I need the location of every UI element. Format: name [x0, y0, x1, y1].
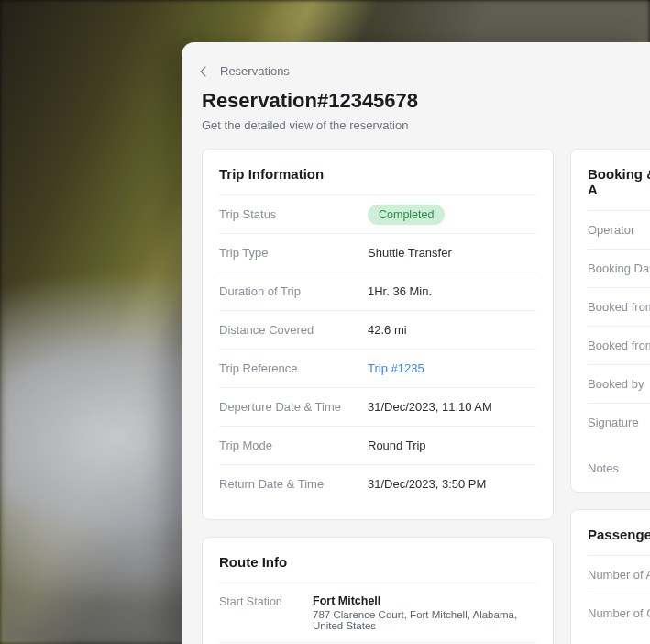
- label: Booked by: [588, 377, 644, 391]
- notes-label: Notes: [588, 441, 650, 475]
- value: Shuttle Transfer: [368, 246, 452, 260]
- reservation-detail-panel: Reservations Reservation#12345678 Get th…: [182, 42, 650, 644]
- page-subtitle: Get the detailed view of the reservation: [202, 118, 624, 132]
- body: Fort Mitchell 787 Clarence Court, Fort M…: [313, 594, 536, 631]
- page-title: Reservation#12345678: [202, 89, 624, 113]
- card-title: Route Info: [219, 554, 536, 583]
- label: Return Date & Time: [219, 477, 368, 491]
- station-address: 787 Clarence Court, Fort Mitchell, Alaba…: [313, 609, 536, 631]
- booked-from-row-2: Booked from: [588, 326, 650, 364]
- label: Start Station: [219, 594, 313, 611]
- value: 31/Dec/2023, 11:10 AM: [368, 400, 492, 414]
- value: Round Trip: [368, 439, 426, 452]
- trip-duration-row: Duration of Trip 1Hr. 36 Min.: [219, 272, 536, 310]
- value: 42.6 mi: [368, 323, 407, 337]
- left-column: Trip Information Trip Status Completed T…: [202, 149, 554, 644]
- label: Operator: [588, 223, 634, 237]
- booking-date-row: Booking Date: [588, 249, 650, 287]
- chevron-left-icon: [200, 66, 210, 76]
- label: Trip Status: [219, 207, 368, 221]
- booking-card: Booking & A Operator Booking Date Booked…: [570, 149, 650, 493]
- value: Completed: [368, 205, 445, 225]
- signature-row: Signature: [588, 403, 650, 441]
- label: Trip Type: [219, 246, 368, 260]
- label: Duration of Trip: [219, 284, 368, 298]
- label: Number of Ad: [588, 568, 650, 582]
- card-title: Trip Information: [219, 166, 536, 194]
- num-children-row: Number of Ch: [588, 594, 650, 632]
- status-badge: Completed: [368, 205, 445, 225]
- label: Booked from: [588, 339, 650, 352]
- label: Deperture Date & Time: [219, 400, 368, 414]
- trip-distance-row: Distance Covered 42.6 mi: [219, 310, 536, 349]
- breadcrumb[interactable]: Reservations: [202, 64, 624, 78]
- label: Number of Ch: [588, 606, 650, 620]
- label: Signature: [588, 416, 639, 429]
- content-columns: Trip Information Trip Status Completed T…: [182, 149, 650, 644]
- passenger-card: Passenger Number of Ad Number of Ch: [570, 509, 650, 644]
- panel-header: Reservations Reservation#12345678 Get th…: [182, 42, 650, 149]
- operator-row: Operator: [588, 210, 650, 249]
- start-station-row: Start Station Fort Mitchell 787 Clarence…: [219, 583, 536, 642]
- trip-reference-link[interactable]: Trip #1235: [368, 361, 424, 375]
- num-adults-row: Number of Ad: [588, 555, 650, 594]
- breadcrumb-parent: Reservations: [220, 64, 290, 78]
- trip-information-card: Trip Information Trip Status Completed T…: [202, 149, 554, 520]
- return-time-row: Return Date & Time 31/Dec/2023, 3:50 PM: [219, 464, 536, 503]
- label: Booking Date: [588, 261, 650, 275]
- right-column: Booking & A Operator Booking Date Booked…: [570, 149, 650, 644]
- label: Trip Mode: [219, 439, 368, 452]
- card-title: Booking & A: [588, 166, 650, 210]
- trip-status-row: Trip Status Completed: [219, 194, 536, 233]
- departure-time-row: Deperture Date & Time 31/Dec/2023, 11:10…: [219, 387, 536, 426]
- trip-reference-row: Trip Reference Trip #1235: [219, 349, 536, 387]
- label: Trip Reference: [219, 361, 368, 375]
- label: Booked from: [588, 300, 650, 314]
- trip-type-row: Trip Type Shuttle Transfer: [219, 233, 536, 272]
- card-title: Passenger: [588, 527, 650, 555]
- value: 1Hr. 36 Min.: [368, 284, 432, 298]
- trip-mode-row: Trip Mode Round Trip: [219, 426, 536, 464]
- station-name: Fort Mitchell: [313, 594, 536, 607]
- route-info-card: Route Info Start Station Fort Mitchell 7…: [202, 537, 554, 644]
- label: Distance Covered: [219, 323, 368, 337]
- booked-from-row-1: Booked from: [588, 287, 650, 326]
- booked-by-row: Booked by: [588, 364, 650, 403]
- value: 31/Dec/2023, 3:50 PM: [368, 477, 486, 491]
